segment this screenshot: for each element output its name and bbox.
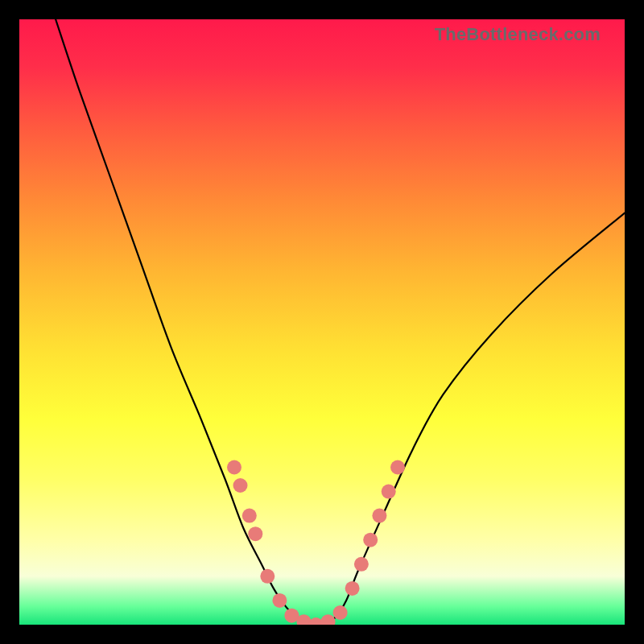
chart-frame: TheBottleneck.com xyxy=(0,0,644,644)
marker-dot xyxy=(272,593,287,608)
marker-dot xyxy=(345,581,360,596)
marker-dot xyxy=(227,460,242,475)
marker-dot xyxy=(363,533,378,547)
marker-dot xyxy=(233,478,248,493)
marker-dot xyxy=(382,485,396,499)
marker-dot xyxy=(372,509,386,523)
marker-dot xyxy=(260,569,275,584)
marker-dot xyxy=(248,526,262,541)
marker-dot xyxy=(390,460,405,475)
bottleneck-curve xyxy=(56,19,625,625)
marker-dot xyxy=(242,509,257,523)
curve-markers xyxy=(227,460,405,625)
chart-svg xyxy=(19,19,625,625)
marker-dot xyxy=(354,557,369,572)
marker-dot xyxy=(321,614,336,625)
plot-area: TheBottleneck.com xyxy=(19,19,625,625)
marker-dot xyxy=(333,605,348,620)
